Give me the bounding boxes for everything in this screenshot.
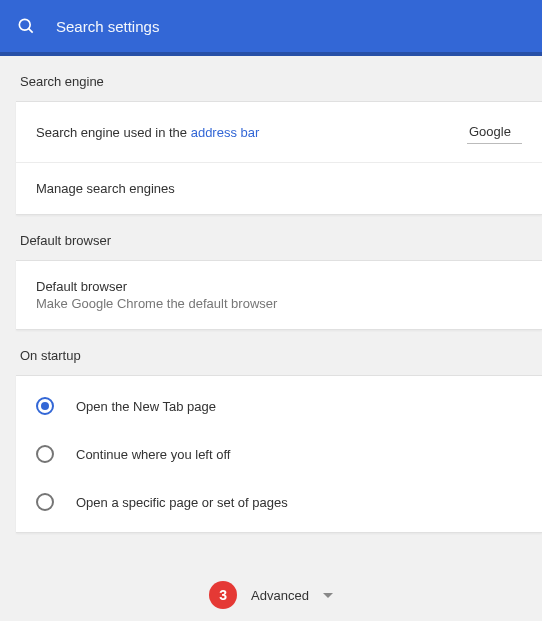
- startup-option-continue[interactable]: Continue where you left off: [16, 430, 542, 478]
- section-title-search-engine: Search engine: [0, 56, 542, 101]
- chevron-down-icon: [323, 593, 333, 598]
- startup-option-specific[interactable]: Open a specific page or set of pages: [16, 478, 542, 526]
- radio-icon: [36, 397, 54, 415]
- on-startup-card: Open the New Tab page Continue where you…: [16, 375, 542, 533]
- svg-line-1: [29, 29, 33, 33]
- manage-search-engines-label: Manage search engines: [36, 181, 175, 196]
- search-placeholder: Search settings: [56, 18, 159, 35]
- manage-search-engines-row[interactable]: Manage search engines: [16, 162, 542, 214]
- svg-point-0: [19, 19, 30, 30]
- default-browser-subtext: Make Google Chrome the default browser: [36, 296, 522, 311]
- step-badge: 3: [209, 581, 237, 609]
- radio-icon: [36, 445, 54, 463]
- search-icon: [16, 16, 36, 36]
- radio-label: Open the New Tab page: [76, 399, 216, 414]
- section-title-default-browser: Default browser: [0, 215, 542, 260]
- default-browser-card: Default browser Make Google Chrome the d…: [16, 260, 542, 330]
- radio-label: Open a specific page or set of pages: [76, 495, 288, 510]
- advanced-toggle[interactable]: 3 Advanced: [0, 581, 542, 609]
- address-bar-link[interactable]: address bar: [191, 125, 260, 140]
- search-engine-select[interactable]: Google: [467, 120, 522, 144]
- search-engine-card: Search engine used in the address bar Go…: [16, 101, 542, 215]
- default-browser-label: Default browser: [36, 279, 522, 294]
- search-engine-row[interactable]: Search engine used in the address bar Go…: [16, 102, 542, 162]
- startup-option-new-tab[interactable]: Open the New Tab page: [16, 382, 542, 430]
- radio-label: Continue where you left off: [76, 447, 230, 462]
- radio-icon: [36, 493, 54, 511]
- default-browser-row[interactable]: Default browser Make Google Chrome the d…: [16, 261, 542, 329]
- search-engine-label: Search engine used in the address bar: [36, 125, 259, 140]
- search-engine-prefix: Search engine used in the: [36, 125, 191, 140]
- settings-search-header[interactable]: Search settings: [0, 0, 542, 56]
- advanced-label: Advanced: [251, 588, 309, 603]
- section-title-on-startup: On startup: [0, 330, 542, 375]
